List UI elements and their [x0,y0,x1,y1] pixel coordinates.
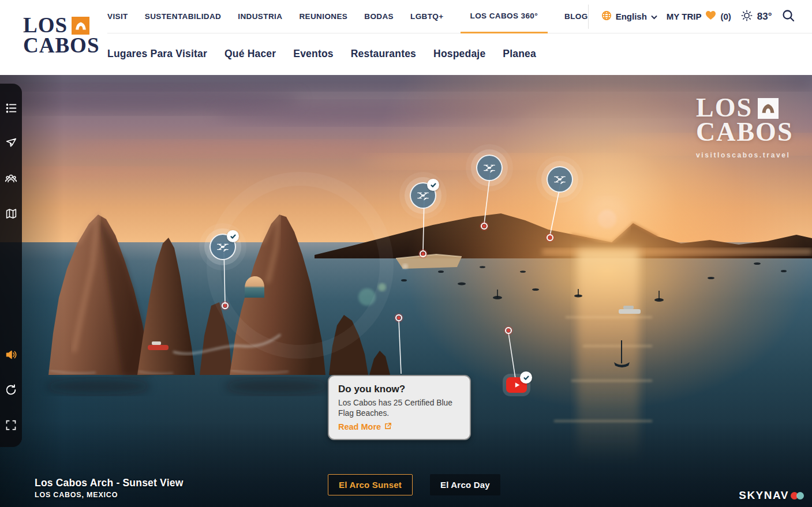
subnav-que-hacer[interactable]: Qué Hacer [224,48,276,60]
chevron-down-icon [651,12,657,22]
hotspot-drone-2[interactable] [410,182,436,209]
checkmark-badge [427,179,439,191]
checkmark-badge [520,371,532,384]
skynav-teal-dot-icon [796,492,804,500]
subnav-lugares[interactable]: Lugares Para Visitar [107,48,207,60]
subnav-restaurantes[interactable]: Restaurantes [351,48,416,60]
weather-widget[interactable]: 83° [740,9,772,24]
los-cabos-watermark: LOS CABOS visitloscabos.travel [696,96,793,159]
my-trip-label: MY TRIP [667,12,702,21]
speaker-icon[interactable] [4,348,18,362]
search-button[interactable] [781,9,795,24]
external-link-icon [384,422,392,431]
search-icon [781,9,795,24]
panorama-viewer: LOS CABOS visitloscabos.travel [0,75,812,507]
read-more-link[interactable]: Read More [338,422,392,431]
my-trip[interactable]: MY TRIP (0) [667,10,731,22]
logo-word-cabos: CABOS [23,35,99,55]
scene-button-el-arco-sunset[interactable]: El Arco Sunset [328,474,413,495]
scene-info: Los Cabos Arch - Sunset View LOS CABOS, … [35,477,183,499]
skynav-logo[interactable]: SKYNAV [739,489,804,502]
secondary-nav: Lugares Para Visitar Qué Hacer Eventos R… [107,33,812,74]
play-icon [513,381,521,389]
tooltip-body: Los Cabos has 25 Certified Blue Flag Bea… [338,398,461,418]
hotspot-drone-4[interactable] [547,166,573,193]
nav-lgbtq[interactable]: LGBTQ+ [410,0,444,33]
temperature-value: 83° [757,11,772,22]
page: LOS CABOS VISIT SUSTENTABILIDAD INDUSTRI… [0,0,812,507]
scene-title: Los Cabos Arch - Sunset View [35,477,183,489]
group-icon[interactable] [4,171,18,185]
paper-plane-icon[interactable] [4,136,18,150]
language-selector[interactable]: English [601,10,657,23]
info-tooltip: Do you know? Los Cabos has 25 Certified … [328,375,471,440]
watermark-arch-sketch-icon [758,98,779,119]
list-icon[interactable] [4,101,18,115]
header-utilities: English MY TRIP (0) [588,0,812,33]
primary-nav: VISIT SUSTENTABILIDAD INDUSTRIA REUNIONE… [107,0,588,33]
subnav-eventos[interactable]: Eventos [293,48,333,60]
watermark-los: LOS [696,96,753,120]
subnav-hospedaje[interactable]: Hospedaje [433,48,485,60]
drone-icon [482,161,496,175]
watermark-cabos: CABOS [696,120,793,144]
my-trip-count: (0) [720,12,731,21]
watermark-domain: visitloscabos.travel [696,151,793,159]
logo-word-los: LOS [23,15,68,35]
scene-buttons: El Arco Sunset El Arco Day [328,474,500,495]
header-divider [588,5,589,29]
subnav-planea[interactable]: Planea [503,48,536,60]
rotate-icon[interactable] [4,383,18,397]
nav-industria[interactable]: INDUSTRIA [238,0,282,33]
drone-icon [553,172,567,186]
fullscreen-icon[interactable] [4,418,18,432]
nav-reuniones[interactable]: REUNIONES [299,0,347,33]
los-cabos-logo[interactable]: LOS CABOS [23,15,99,55]
scene-location: LOS CABOS, MEXICO [35,491,183,499]
checkmark-badge [227,230,239,242]
nav-visit[interactable]: VISIT [107,0,128,33]
drone-icon [216,240,230,254]
tooltip-title: Do you know? [338,384,461,395]
drone-icon [416,189,430,202]
viewer-toolbar [0,84,22,447]
site-header: LOS CABOS VISIT SUSTENTABILIDAD INDUSTRI… [0,0,812,75]
heart-icon [705,10,716,22]
skynav-wordmark: SKYNAV [739,489,789,502]
panorama-viewport[interactable] [0,75,812,507]
hotspot-drone-3[interactable] [476,155,503,181]
language-label: English [616,12,647,21]
primary-nav-row: VISIT SUSTENTABILIDAD INDUSTRIA REUNIONE… [107,0,812,33]
hotspot-video[interactable] [506,377,527,393]
scene-button-el-arco-day[interactable]: El Arco Day [430,474,500,495]
nav-los-cabos-360[interactable]: LOS CABOS 360° [461,1,548,33]
nav-bodas[interactable]: BODAS [364,0,394,33]
sun-icon [740,9,753,24]
nav-sustentabilidad[interactable]: SUSTENTABILIDAD [145,0,222,33]
nav-blog[interactable]: BLOG [564,0,588,33]
map-icon[interactable] [4,206,18,220]
hotspot-drone-1[interactable] [209,234,236,260]
globe-icon [601,10,612,23]
arch-sketch-icon [72,17,89,35]
